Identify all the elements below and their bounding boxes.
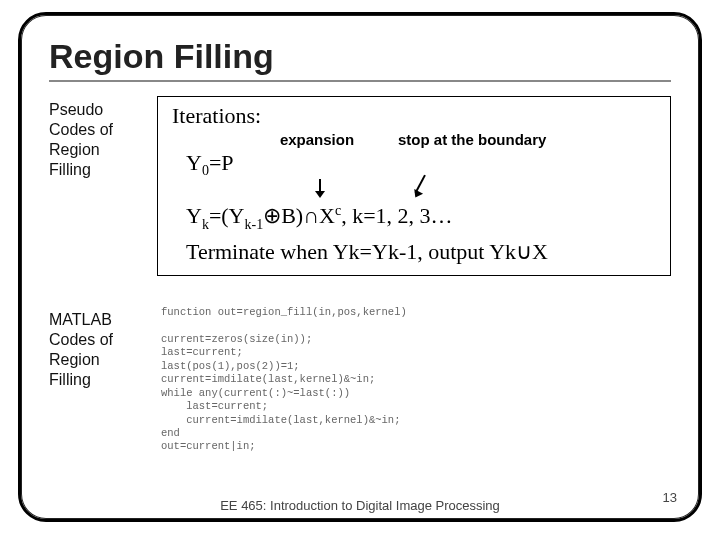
formula-yk: Yk=(Yk-1⊕B)∩Xc, k=1, 2, 3… — [186, 203, 656, 233]
y0-sub: 0 — [202, 163, 209, 178]
matlab-code: function out=region_fill(in,pos,kernel) … — [157, 306, 671, 454]
iterations-heading: Iterations: — [172, 103, 656, 129]
slide-title: Region Filling — [49, 37, 671, 76]
term-c: , output Y — [417, 239, 505, 264]
yk-d: , k=1, 2, 3… — [341, 204, 452, 229]
row-pseudo: Pseudo Codes of Region Filling Iteration… — [49, 96, 671, 276]
yk-b-sub: k-1 — [245, 217, 264, 232]
row-matlab: MATLAB Codes of Region Filling function … — [49, 306, 671, 454]
label-expansion: expansion — [272, 131, 362, 148]
yk-b: =(Y — [209, 204, 245, 229]
iterations-box: Iterations: expansion stop at the bounda… — [157, 96, 671, 276]
label-matlab-codes: MATLAB Codes of Region Filling — [49, 306, 139, 390]
slide-frame: Region Filling Pseudo Codes of Region Fi… — [18, 12, 702, 522]
label-stop-boundary: stop at the boundary — [398, 131, 546, 148]
term-c-sub: k — [505, 239, 516, 264]
term-a-sub: k — [349, 239, 360, 264]
page-number: 13 — [663, 490, 677, 505]
term-a: Terminate when Y — [186, 239, 349, 264]
yk-a-sub: k — [202, 217, 209, 232]
formula-y0: Y0=P — [186, 150, 656, 179]
arrow-diagonal-icon — [412, 177, 442, 199]
formula-terminate: Terminate when Yk=Yk-1, output Yk∪X — [186, 239, 656, 265]
arrow-row — [272, 183, 656, 201]
term-b-sub: k-1 — [388, 239, 417, 264]
term-b: =Y — [360, 239, 388, 264]
label-pseudo-codes: Pseudo Codes of Region Filling — [49, 96, 139, 180]
y0-lhs: Y — [186, 150, 202, 175]
title-rule — [49, 80, 671, 82]
yk-a: Y — [186, 204, 202, 229]
slide-footer: EE 465: Introduction to Digital Image Pr… — [21, 498, 699, 513]
annotation-row: expansion stop at the boundary — [272, 131, 656, 148]
y0-rhs: =P — [209, 150, 234, 175]
term-d: ∪X — [516, 239, 548, 264]
yk-c: ⊕B)∩X — [263, 204, 335, 229]
